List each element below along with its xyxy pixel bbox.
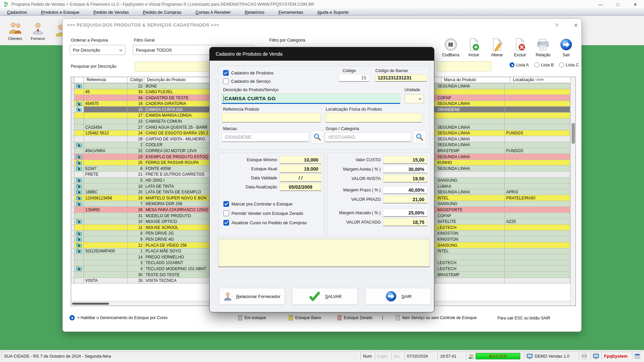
observacao-textarea[interactable] [218, 239, 430, 267]
descricao-input[interactable]: CAMISA CURTA GG [222, 94, 400, 104]
row-indicator-cell [71, 254, 74, 260]
toolbar-button-alterar[interactable]: Alterar [487, 34, 507, 73]
codigo-field[interactable]: 15 [338, 74, 369, 82]
valores-groupbox: Valor CUSTO15,00Margem Avista ( % )30,00… [327, 153, 431, 237]
referencia-produto-input[interactable] [222, 113, 321, 123]
estoque-field-value[interactable]: 19,000 [280, 165, 321, 173]
legend-swatch [238, 315, 242, 320]
valor-field-value[interactable]: 21,00 [383, 195, 427, 203]
row-indicator-cell [71, 225, 74, 230]
sair-button[interactable]: SAIR [365, 288, 431, 305]
cell-referencia: FRETE [84, 172, 127, 177]
row-indicator-cell [71, 242, 74, 248]
row-indicator-cell [71, 248, 74, 254]
cadastro-produtos-checkbox[interactable]: Cadastro de Produtos [223, 70, 273, 76]
cell-codigo: 2 [127, 142, 144, 148]
cell-localizacao: FUNDOS [505, 148, 570, 154]
minimize-button[interactable]: — [592, 0, 609, 9]
cell-referencia: 123456123456 [84, 195, 127, 201]
cell-referencia [84, 95, 127, 101]
row-photo-cell [74, 231, 84, 236]
cell-marca: SEGUNDA LINHA [436, 130, 505, 136]
main-toolbar-clientes[interactable]: Clientes [4, 17, 26, 44]
cell-referencia [84, 201, 127, 207]
camera-icon [76, 166, 82, 171]
marcas-search-button[interactable] [311, 130, 324, 144]
close-window-button[interactable]: ✕ [572, 21, 580, 29]
menu-item-ajuda-e-suporte[interactable]: Ajuda e Suporte [310, 9, 356, 16]
marcas-input[interactable]: GRANDENE [222, 132, 309, 142]
estoque-option-checkbox[interactable]: Atualizar Custo no Pedido de Compras [223, 220, 307, 226]
estoque-field-value[interactable]: 10,000 [280, 156, 321, 164]
cell-marca: SEGUNDA LINHA [436, 166, 505, 171]
cell-marca: SEGUNDA LINHA [436, 136, 505, 142]
valor-field-value[interactable]: 40,00% [383, 186, 427, 194]
valor-field-value[interactable]: 30,00% [383, 165, 427, 173]
menu-item-pedido-de-vendas[interactable]: Pedido de Vendas [86, 9, 136, 16]
grupo-search-button[interactable] [413, 130, 426, 144]
supplier-icon [31, 21, 45, 36]
menu-item-contas-a-receber[interactable]: Contas A Receber [189, 9, 238, 16]
row-indicator-cell [71, 189, 74, 195]
menu-item-ferramentas[interactable]: Ferramentas [271, 9, 310, 16]
menu-item-pedido-de-compras[interactable]: Pedido de Compras [136, 9, 189, 16]
relacionar-fornecedor-button[interactable]: Relacionar Fornecedor [219, 288, 285, 305]
scrollbar-thumb[interactable] [72, 303, 109, 305]
menu-item-produtos-e-estoque[interactable]: Produtos e Estoque [34, 9, 86, 16]
maximize-button[interactable]: □ [609, 0, 627, 9]
camera-icon [76, 190, 82, 194]
row-photo-cell [74, 219, 84, 225]
menu-item-relat-rios[interactable]: Relatórios [238, 9, 272, 16]
estoque-option-checkbox[interactable]: Marcar pra Controlar o Estoque [223, 201, 292, 207]
scrollbar-thumb[interactable] [572, 123, 575, 144]
ordenar-select[interactable]: Por Descrição [70, 45, 125, 55]
codigo-barras-field[interactable]: 1231231231231 [375, 74, 427, 82]
toolbar-button-incluir[interactable]: Incluir [464, 34, 484, 73]
cell-localizacao [505, 183, 570, 189]
valor-field-value[interactable]: 18,75 [383, 218, 427, 226]
status-caps-lock: Caps [375, 352, 390, 361]
descricao-label: Descrição do Produto/Serviço [223, 87, 278, 92]
estoque-field-value[interactable]: 05/02/2009 [280, 183, 321, 191]
estoque-field-value[interactable]: / / [280, 174, 321, 182]
menu-item-cadastros[interactable]: Cadastros [0, 9, 34, 16]
valor-field-label: VALOR ATACADO [328, 220, 381, 225]
toolbar-button-excluir[interactable]: Excluir [510, 34, 530, 73]
valor-field-value[interactable]: 25,00% [383, 209, 427, 217]
cell-marca: LUMAX [436, 183, 505, 189]
printer-small-icon [581, 354, 587, 359]
toolbar-button-codbarra[interactable]: CodBarra [441, 34, 461, 73]
vertical-scrollbar[interactable] [570, 77, 576, 306]
cell-localizacao [505, 236, 570, 242]
toolbar-button-sair[interactable]: Sair [556, 34, 576, 73]
estoque-option-checkbox[interactable]: Permitir Vender com Estoque Zerado [223, 210, 303, 216]
cell-codigo: 3 [127, 260, 144, 266]
unidade-select[interactable] [405, 94, 424, 103]
camera-icon [76, 219, 82, 224]
camera-icon [76, 184, 82, 188]
grupo-categoria-input[interactable]: VESTUARIO [325, 132, 411, 142]
localizacao-fisica-label: Localização Física do Produto [326, 107, 382, 112]
row-photo-cell [74, 89, 84, 95]
cadastro-servico-checkbox[interactable]: Cadastro de Serviço [223, 78, 271, 84]
localizacao-fisica-input[interactable] [325, 113, 422, 123]
estoque-field-label: Data Validade [221, 176, 277, 180]
estoque-field-label: Data Atualização [221, 185, 277, 189]
status-user-level: MASTER [466, 352, 523, 361]
row-indicator-cell [71, 83, 74, 89]
legend-separator: | [382, 315, 383, 320]
cell-marca: SEGUNDA LINHA [436, 189, 505, 195]
valor-field-value[interactable]: 15,00 [383, 156, 427, 164]
toolbar-button-relao[interactable]: Relação [533, 34, 553, 73]
color-management-toggle[interactable]: > Habilitar o Gerenciamento do Estoque p… [69, 315, 168, 320]
close-button[interactable]: ✕ [627, 0, 644, 9]
salvar-button[interactable]: SALVAR [292, 288, 358, 305]
row-indicator-cell [71, 195, 74, 201]
row-indicator-cell [71, 142, 74, 148]
help-button[interactable]: ? [552, 21, 561, 29]
cell-codigo: 30 [127, 272, 144, 278]
main-toolbar-fornece[interactable]: Fornece [27, 17, 49, 44]
valor-field-value[interactable]: 19,50 [383, 175, 427, 183]
cell-marca: SANSUNG [436, 242, 505, 248]
valor-field-label: Margem Atacado ( % ) [328, 210, 381, 215]
